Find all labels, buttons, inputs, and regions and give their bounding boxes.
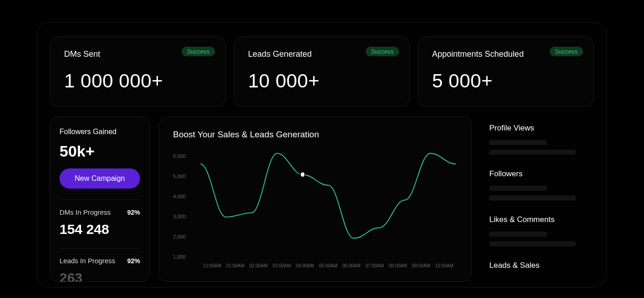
- section-profile-views[interactable]: Profile Views: [489, 124, 585, 155]
- leads-progress-label: Leads In Progress: [60, 257, 115, 265]
- section-followers[interactable]: Followers: [489, 169, 585, 200]
- chart-plot: [200, 153, 456, 260]
- kpi-card-leads-generated: Leads Generated Success 10 000+: [234, 36, 410, 107]
- leads-progress-row: Leads In Progress 92%: [60, 257, 140, 265]
- kpi-value: 5 000+: [432, 70, 579, 92]
- chart-title: Boost Your Sales & Leads Generation: [173, 130, 460, 140]
- x-axis: 12:00AM01:00AM02:00AM03:00AM04:00AM05:00…: [200, 263, 456, 273]
- x-tick: 09:00AM: [410, 263, 433, 273]
- x-tick: 05:00AM: [317, 263, 340, 273]
- x-tick: 03:00AM: [270, 263, 293, 273]
- content-row: Followers Gained 50k+ New Campaign DMs I…: [50, 116, 594, 282]
- dms-progress-pct: 92%: [127, 209, 140, 216]
- x-tick: 10:00AM: [433, 263, 456, 273]
- x-tick: 12:00AM: [200, 263, 224, 273]
- y-tick: 6,000: [173, 153, 194, 159]
- dms-progress-value: 154 248: [60, 222, 140, 237]
- section-title: Profile Views: [489, 124, 585, 133]
- kpi-value: 1 000 000+: [64, 70, 211, 92]
- followers-panel: Followers Gained 50k+ New Campaign DMs I…: [50, 116, 150, 282]
- skeleton-line: [489, 150, 576, 155]
- x-tick: 07:00AM: [363, 263, 386, 273]
- status-badge: Success: [366, 47, 399, 56]
- leads-progress-value: 263: [60, 270, 140, 282]
- x-tick: 08:00AM: [386, 263, 410, 273]
- section-title: Followers: [489, 169, 585, 179]
- dashboard-board: DMs Sent Success 1 000 000+ Leads Genera…: [37, 22, 607, 287]
- y-tick: 4,000: [173, 194, 194, 199]
- section-leads-sales[interactable]: Leads & Sales: [489, 261, 585, 270]
- y-tick: 1,000: [173, 254, 194, 260]
- status-badge: Success: [550, 47, 583, 56]
- x-tick: 04:00AM: [293, 263, 317, 273]
- dms-progress-row: DMs In Progress 92%: [60, 208, 140, 216]
- chart-line: [200, 153, 456, 238]
- section-title: Likes & Comments: [489, 215, 585, 224]
- x-tick: 02:00AM: [247, 263, 270, 273]
- skeleton-line: [489, 232, 547, 237]
- y-tick: 5,000: [173, 173, 194, 179]
- skeleton-line: [489, 195, 576, 200]
- y-tick: 3,000: [173, 214, 194, 219]
- skeleton-line: [489, 140, 547, 145]
- divider: [60, 200, 140, 200]
- kpi-card-appointments: Appointments Scheduled Success 5 000+: [418, 36, 594, 107]
- new-campaign-button[interactable]: New Campaign: [60, 168, 140, 189]
- skeleton-line: [489, 241, 576, 246]
- kpi-row: DMs Sent Success 1 000 000+ Leads Genera…: [50, 36, 594, 107]
- chart-panel: Boost Your Sales & Leads Generation 6,00…: [159, 116, 472, 282]
- divider: [60, 248, 140, 249]
- kpi-value: 10 000+: [248, 70, 395, 92]
- x-tick: 06:00AM: [340, 263, 363, 273]
- section-title: Leads & Sales: [489, 261, 585, 270]
- leads-progress-pct: 92%: [127, 257, 140, 265]
- chart-area: 6,0005,0004,0003,0002,0001,000 12:00AM01…: [173, 153, 460, 273]
- dms-progress-label: DMs In Progress: [60, 208, 111, 216]
- kpi-card-dms-sent: DMs Sent Success 1 000 000+: [50, 36, 226, 107]
- x-tick: 01:00AM: [224, 263, 247, 273]
- section-likes-comments[interactable]: Likes & Comments: [489, 215, 585, 246]
- followers-title: Followers Gained: [60, 128, 140, 136]
- y-axis: 6,0005,0004,0003,0002,0001,000: [173, 153, 194, 260]
- status-badge: Success: [182, 47, 215, 56]
- right-rail: Profile Views Followers Likes & Comments…: [481, 116, 594, 282]
- skeleton-line: [489, 186, 547, 191]
- y-tick: 2,000: [173, 234, 194, 239]
- followers-value: 50k+: [60, 142, 140, 160]
- chart-highlight-dot: [300, 172, 305, 178]
